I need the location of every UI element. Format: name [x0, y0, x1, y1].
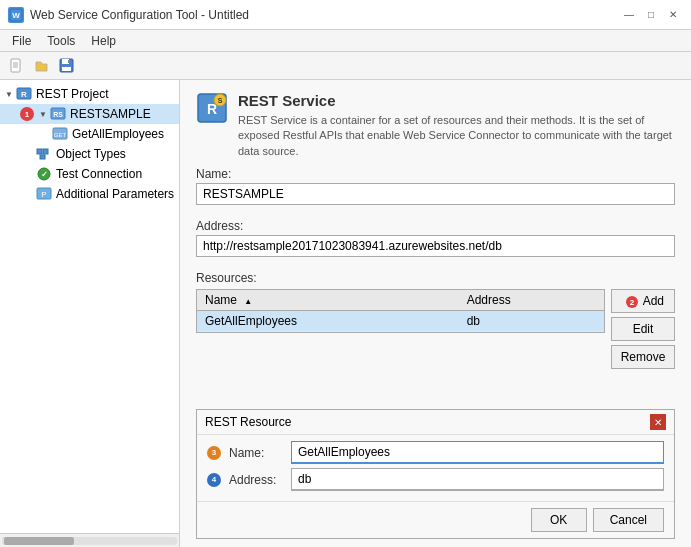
- ok-button[interactable]: OK: [531, 508, 587, 532]
- modal-overlay: REST Resource ✕ 3 Name: 4 Address:: [180, 409, 691, 547]
- cancel-button[interactable]: Cancel: [593, 508, 664, 532]
- window-title: Web Service Configuration Tool - Untitle…: [30, 8, 249, 22]
- svg-rect-7: [62, 59, 69, 64]
- modal-name-label: Name:: [229, 446, 285, 460]
- toolbar: [0, 52, 691, 80]
- test-connection-icon: ✓: [36, 166, 52, 182]
- menu-help[interactable]: Help: [83, 32, 124, 49]
- object-types-icon: [36, 146, 52, 162]
- sidebar: ▼ R REST Project 1 ▼ RS: [0, 80, 180, 547]
- name-input[interactable]: [196, 183, 675, 205]
- additional-params-label: Additional Parameters: [56, 187, 174, 201]
- remove-button[interactable]: Remove: [611, 345, 675, 369]
- sort-arrow: ▲: [244, 297, 252, 306]
- modal-footer: OK Cancel: [197, 501, 674, 538]
- svg-rect-17: [43, 149, 48, 154]
- restsample-icon: RS: [50, 106, 66, 122]
- rest-project-label: REST Project: [36, 87, 108, 101]
- content-description: REST Service is a container for a set of…: [238, 113, 675, 159]
- main-layout: ▼ R REST Project 1 ▼ RS: [0, 80, 691, 547]
- menu-tools[interactable]: Tools: [39, 32, 83, 49]
- edit-button[interactable]: Edit: [611, 317, 675, 341]
- resources-buttons: 2 Add Edit Remove: [611, 289, 675, 369]
- svg-text:W: W: [12, 11, 20, 20]
- restsample-label: RESTSAMPLE: [70, 107, 151, 121]
- modal-address-label: Address:: [229, 473, 285, 487]
- name-label: Name:: [196, 167, 675, 181]
- svg-rect-8: [62, 67, 71, 71]
- svg-text:P: P: [41, 190, 46, 199]
- content-header-text: REST Service REST Service is a container…: [238, 92, 675, 159]
- svg-text:GET: GET: [54, 132, 67, 138]
- svg-rect-16: [37, 149, 42, 154]
- modal-body: 3 Name: 4 Address:: [197, 435, 674, 501]
- modal-address-input[interactable]: [291, 468, 664, 491]
- save-button[interactable]: [56, 56, 78, 76]
- add-button[interactable]: 2 Add: [611, 289, 675, 313]
- col-name-label: Name: [205, 293, 237, 307]
- svg-rect-9: [68, 60, 70, 63]
- col-name[interactable]: Name ▲: [197, 290, 459, 311]
- resources-label: Resources:: [196, 271, 675, 285]
- resources-table: Name ▲ Address GetAllEmployees: [197, 290, 604, 332]
- modal-title-bar: REST Resource ✕: [197, 410, 674, 435]
- additional-params-icon: P: [36, 186, 52, 202]
- address-section: Address:: [180, 219, 691, 271]
- title-bar-controls: — □ ✕: [619, 7, 683, 23]
- expand-arrow-2: ▼: [38, 110, 48, 119]
- modal-name-input[interactable]: [291, 441, 664, 464]
- modal-title-label: REST Resource: [205, 415, 291, 429]
- svg-text:✓: ✓: [41, 170, 48, 179]
- test-connection-label: Test Connection: [56, 167, 142, 181]
- modal-address-field: 4 Address:: [207, 468, 664, 491]
- name-section: Name:: [180, 167, 691, 219]
- col-address[interactable]: Address: [459, 290, 604, 311]
- row-name: GetAllEmployees: [197, 311, 459, 332]
- sidebar-tree: ▼ R REST Project 1 ▼ RS: [0, 80, 179, 208]
- modal-name-field: 3 Name:: [207, 441, 664, 464]
- rest-resource-modal: REST Resource ✕ 3 Name: 4 Address:: [196, 409, 675, 539]
- getallemployees-label: GetAllEmployees: [72, 127, 164, 141]
- maximize-button[interactable]: □: [641, 7, 661, 23]
- sidebar-item-additional-params[interactable]: P Additional Parameters: [0, 184, 179, 204]
- add-label: Add: [643, 294, 664, 308]
- content-area: R S REST Service REST Service is a conta…: [180, 80, 691, 547]
- new-button[interactable]: [6, 56, 28, 76]
- menu-file[interactable]: File: [4, 32, 39, 49]
- modal-close-button[interactable]: ✕: [650, 414, 666, 430]
- address-label: Address:: [196, 219, 675, 233]
- sidebar-item-getallemployees[interactable]: GET GetAllEmployees: [0, 124, 179, 144]
- svg-rect-18: [40, 155, 45, 159]
- sidebar-item-object-types[interactable]: Object Types: [0, 144, 179, 164]
- sidebar-item-rest-project[interactable]: ▼ R REST Project: [0, 84, 179, 104]
- content-title: REST Service: [238, 92, 675, 109]
- close-button[interactable]: ✕: [663, 7, 683, 23]
- minimize-button[interactable]: —: [619, 7, 639, 23]
- col-address-label: Address: [467, 293, 511, 307]
- row-address: db: [459, 311, 604, 332]
- sidebar-item-restsample[interactable]: 1 ▼ RS RESTSAMPLE: [0, 104, 179, 124]
- sidebar-item-test-connection[interactable]: ✓ Test Connection: [0, 164, 179, 184]
- app-icon: W: [8, 7, 24, 23]
- content-header: R S REST Service REST Service is a conta…: [180, 80, 691, 167]
- title-bar: W Web Service Configuration Tool - Untit…: [0, 0, 691, 30]
- svg-text:R: R: [21, 90, 27, 99]
- getallemployees-icon: GET: [52, 126, 68, 142]
- table-row[interactable]: GetAllEmployees db: [197, 311, 604, 332]
- rest-service-icon: R S: [196, 92, 228, 124]
- modal-badge-3: 3: [207, 446, 221, 460]
- address-input[interactable]: [196, 235, 675, 257]
- menu-bar: File Tools Help: [0, 30, 691, 52]
- rest-project-icon: R: [16, 86, 32, 102]
- svg-text:RS: RS: [53, 111, 63, 118]
- sidebar-hscrollbar[interactable]: [0, 533, 179, 547]
- svg-text:S: S: [218, 97, 223, 104]
- resources-container: Name ▲ Address GetAllEmployees: [196, 289, 675, 369]
- modal-badge-4: 4: [207, 473, 221, 487]
- add-badge: 2: [626, 296, 638, 308]
- object-types-label: Object Types: [56, 147, 126, 161]
- title-bar-left: W Web Service Configuration Tool - Untit…: [8, 7, 249, 23]
- resources-table-wrap: Name ▲ Address GetAllEmployees: [196, 289, 605, 333]
- open-button[interactable]: [31, 56, 53, 76]
- expand-arrow: ▼: [4, 90, 14, 99]
